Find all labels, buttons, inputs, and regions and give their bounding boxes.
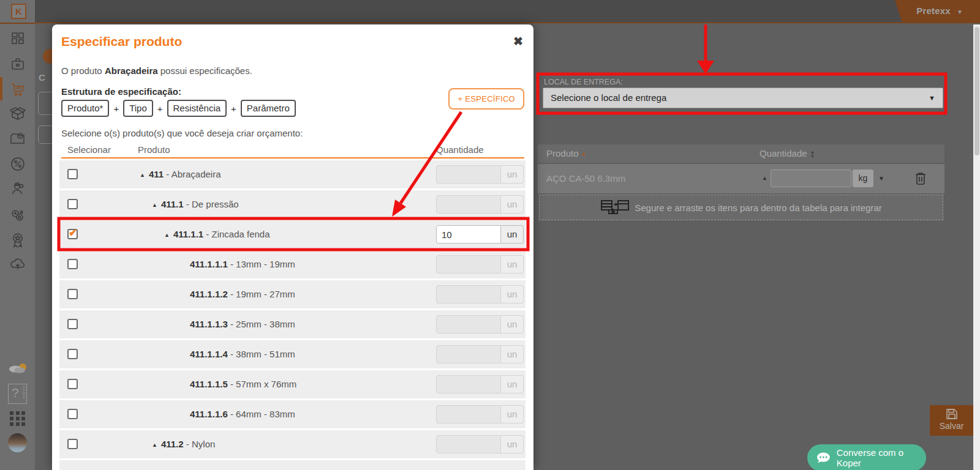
row-checkbox[interactable]: ✔ [67,319,78,329]
folder-money-icon[interactable] [0,130,35,148]
save-button[interactable]: Salvar [930,405,973,436]
quantity-input[interactable] [436,435,501,453]
specific-button[interactable]: + ESPECÍFICO [448,88,524,110]
row-checkbox[interactable]: ✔ [67,409,78,419]
row-checkbox[interactable]: ✔ [67,439,78,449]
row-checkbox[interactable]: ✔ [67,349,78,359]
cart-icon[interactable] [0,80,35,99]
collapse-caret-icon[interactable]: ▲ [140,172,145,178]
product-code: 411.1.1.2 [190,289,228,299]
quantity-input[interactable] [436,225,501,244]
percent-icon[interactable] [0,155,35,173]
product-code: 411.1.1 [173,229,203,239]
suppliers-icon[interactable] [0,207,35,225]
sort-icon: ▲▼ [810,150,815,159]
apps-grid-icon[interactable] [10,411,26,426]
row-checkbox[interactable]: ✔ [67,379,78,389]
page-heading-partial: C [39,72,45,83]
column-quantidade[interactable]: Quantidade▲▼ [760,148,815,159]
header-rule [61,157,524,159]
product-name: - De pressão [184,199,239,209]
tag-produto: Produto* [61,100,109,117]
delivery-location-select[interactable]: Selecione o local de entrega ▼ [543,88,943,108]
column-produto: Produto [138,144,170,155]
collapse-caret-icon[interactable]: ▲ [762,175,767,181]
quantity-input[interactable] [436,345,501,364]
collapse-caret-icon[interactable]: ▲ [152,442,157,448]
product-row: ✔ ▲411.1.1 - Zincada fenda un [59,220,526,248]
collapse-caret-icon[interactable]: ▲ [152,202,157,208]
product-row: ✔ ▲411 - Abraçadeira un [59,160,526,188]
avatar[interactable] [8,433,27,452]
row-checkbox[interactable]: ✔ [67,289,78,299]
close-icon[interactable]: ✖ [513,34,523,48]
help-icon[interactable]: ? AJUDA [8,384,27,404]
collapse-caret-icon[interactable]: ▲ [164,232,170,238]
cloud-upload-icon[interactable] [0,255,35,274]
product-row: ✔ 411.1.1.6 - 64mm - 83mm un [59,400,526,428]
product-code: 411.1.1.3 [190,319,228,329]
unit-label: un [501,285,524,304]
worker-icon[interactable] [0,180,35,198]
product-name: - 13mm - 19mm [228,259,295,269]
product-name: - 19mm - 27mm [228,289,295,299]
quantity-input[interactable] [436,285,501,304]
delivery-select-value: Selecione o local de entrega [551,92,666,103]
quantity-input[interactable] [436,195,501,214]
sort-asc-icon: ▲ [581,151,587,157]
product-code: 411.1 [161,199,184,209]
structure-label: Estrutura de especificação: [61,86,181,97]
scrollbar-thumb[interactable] [974,27,979,155]
quantity-input[interactable] [436,165,501,184]
app-logo[interactable]: K [11,4,26,19]
tag-parametro: Parâmetro [241,100,296,117]
quantity-input[interactable] [436,375,501,394]
row-checkbox[interactable]: ✔ [67,199,78,209]
unit-select[interactable]: kg [853,170,873,187]
product-name: - 25mm - 38mm [228,319,295,329]
column-produto[interactable]: Produto▲ [546,148,586,159]
trash-icon[interactable] [914,171,927,188]
product-name: - 64mm - 83mm [228,409,295,419]
product-name: - Abraçadeira [164,169,221,179]
product-row: ✔ 411.1.1.1 - 13mm - 19mm un [59,250,526,278]
quantity-input[interactable] [771,170,851,187]
product-row: ✔ 411.1.1.2 - 19mm - 27mm un [59,280,526,308]
briefcase-icon[interactable] [0,55,35,73]
especificar-produto-modal: Especificar produto ✖ O produto Abraçade… [52,24,533,470]
product-row: ✔ ▲411.2 - Nylon un [59,430,526,458]
product-row: ✔ 411.1.1.4 - 38mm - 51mm un [59,340,526,368]
package-icon[interactable] [0,105,35,124]
chat-bubble-icon [816,452,831,464]
chat-button[interactable]: Converse com o Koper [807,444,926,470]
row-checkbox[interactable]: ✔ [67,229,78,239]
product-highlight: Abraçadeira [105,65,158,76]
chevron-down-icon[interactable]: ▼ [878,175,884,182]
structure-tags: Produto* + Tipo + Resistência + Parâmetr… [61,100,296,117]
quantity-input[interactable] [436,315,501,334]
chat-label: Converse com o Koper [837,447,926,468]
tag-tipo: Tipo [123,100,153,117]
product-name: AÇO CA-50 6.3mm [546,173,625,184]
unit-label: un [501,255,524,274]
scrollbar[interactable] [973,24,980,470]
product-rows: ✔ ▲411 - Abraçadeira un ✔ ▲411.1 - De pr… [59,160,526,470]
account-menu[interactable]: Pretexx▼ [886,0,980,23]
award-icon[interactable] [0,231,35,250]
plus-joiner: + [113,103,119,114]
product-row: ✔ 411.1.1.5 - 57mm x 76mm un [59,370,526,398]
quantity-input[interactable] [436,255,501,274]
drag-hint-text: Segure e arraste os itens para dentro da… [635,203,882,213]
column-quantidade: Quantidade [436,144,484,155]
weather-icon[interactable] [7,360,28,378]
quantity-input[interactable] [436,405,501,423]
drag-tables-icon [600,199,630,216]
row-checkbox[interactable]: ✔ [67,259,78,269]
unit-label: un [501,225,524,244]
row-checkbox[interactable]: ✔ [67,169,78,179]
chevron-down-icon: ▼ [929,88,935,108]
dashboard-icon[interactable] [0,29,35,48]
tag-resistencia: Resistência [167,100,227,117]
product-row: ✔ 411.1.1.3 - 25mm - 38mm un [59,310,526,338]
plus-joiner: + [157,103,163,114]
